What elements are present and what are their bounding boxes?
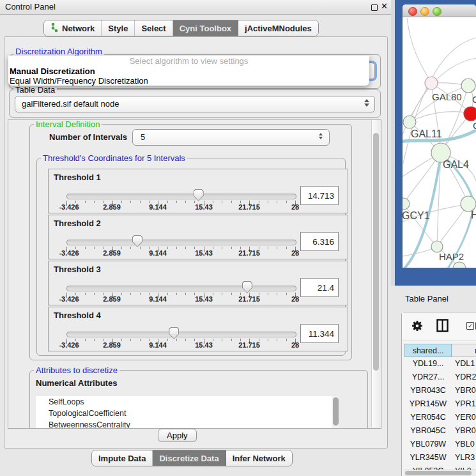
list-scrollbar[interactable] xyxy=(332,396,339,429)
slider-ticks xyxy=(66,293,296,298)
tab-network[interactable]: Network xyxy=(44,20,102,36)
list-item[interactable]: SelfLoops xyxy=(36,396,332,408)
threshold-2-slider-handle[interactable] xyxy=(132,235,142,247)
threshold-4-value-field[interactable]: 11.344 xyxy=(300,324,339,343)
group-title: Discretization Algorithm xyxy=(13,47,104,56)
table-row[interactable]: YBR0 xyxy=(452,384,476,397)
minimize-traffic-light-icon[interactable] xyxy=(420,7,429,16)
threshold-2-slider[interactable] xyxy=(66,240,296,245)
number-of-intervals-spinner[interactable]: 5 xyxy=(132,129,330,146)
panel-scrollbar[interactable] xyxy=(371,120,381,427)
node-partial-g[interactable] xyxy=(461,79,475,93)
spinner-arrows-icon[interactable] xyxy=(319,133,323,139)
close-traffic-light-icon[interactable] xyxy=(408,7,417,16)
group-title: Attributes to discretize xyxy=(34,365,119,375)
node-gal11[interactable] xyxy=(403,116,416,128)
dropdown-item-manual-discretization[interactable]: Manual Discretization xyxy=(8,66,369,76)
threshold-1-value-field[interactable]: 14.713 xyxy=(300,186,339,205)
threshold-3-value-field[interactable]: 21.4 xyxy=(300,278,339,297)
checkbox-icon[interactable]: ✓ xyxy=(466,322,474,330)
tab-jactivemnodules[interactable]: jActiveMNodules xyxy=(238,20,318,36)
group-title: Table Data xyxy=(13,85,57,95)
tab-cyni-toolbox[interactable]: Cyni Toolbox xyxy=(173,20,238,36)
zoom-traffic-light-icon[interactable] xyxy=(433,7,441,16)
network-window[interactable]: GAL80 GA C GAL11 GAL4 GCY1 H HAP2 xyxy=(403,4,476,268)
apply-button[interactable]: Apply xyxy=(158,429,197,442)
gear-icon[interactable] xyxy=(411,319,424,334)
table-row[interactable]: YBR0 xyxy=(452,424,476,438)
node-label: HAP2 xyxy=(439,251,464,262)
table-row[interactable]: YPR1 xyxy=(452,397,476,411)
numerical-attributes-list[interactable]: SelfLoops TopologicalCoefficient Between… xyxy=(36,396,332,429)
table-row[interactable]: YDL19... xyxy=(404,357,452,371)
window-title: Control Panel xyxy=(5,2,56,12)
numerical-attributes-label: Numerical Attributes xyxy=(36,378,117,388)
settings-scroll-viewport: Interval Definition Number of Intervals … xyxy=(8,119,381,429)
threshold-3-slider-handle[interactable] xyxy=(242,281,252,293)
column-view-icon[interactable] xyxy=(436,319,449,334)
tab-style[interactable]: Style xyxy=(102,20,135,36)
table-row[interactable]: YDR27... xyxy=(404,371,452,384)
table-data-group: Table Data galFiltered.sif default node xyxy=(9,89,381,118)
threshold-4-panel: Threshold 4 -3.426 2.859 9.144 15.43 21.… xyxy=(48,307,348,351)
dropdown-item-equal-width-frequency[interactable]: Equal Width/Frequency Discretization xyxy=(8,76,369,86)
slider-ticks xyxy=(66,247,296,252)
table-row[interactable]: YPR145W xyxy=(404,397,452,411)
table-row[interactable]: YER0 xyxy=(452,411,476,424)
table-data-combobox[interactable]: galFiltered.sif default node xyxy=(15,96,375,112)
dropdown-prompt: Select algorithm to view settings xyxy=(8,56,369,66)
table-row[interactable]: YBR043C xyxy=(404,384,452,397)
table-panel-box: ✓ ✓ shared... na YDL19... YDL1 YDR27... … xyxy=(401,312,476,476)
threshold-3-panel: Threshold 3 -3.426 2.859 9.144 15.43 21.… xyxy=(48,261,348,305)
top-tabbar: Network Style Select Cyni Toolbox jActiv… xyxy=(43,20,319,36)
node-label: GA xyxy=(472,94,476,105)
network-nodes[interactable] xyxy=(403,77,476,268)
table-row[interactable]: YLR3 xyxy=(452,451,476,464)
node-label: GAL80 xyxy=(432,91,462,102)
threshold-3-slider[interactable] xyxy=(66,286,296,291)
table-row[interactable]: YBL0 xyxy=(452,438,476,451)
tab-select[interactable]: Select xyxy=(135,20,173,36)
network-window-frame: GAL80 GA C GAL11 GAL4 GCY1 H HAP2 xyxy=(391,0,476,286)
node-label: C xyxy=(473,120,476,131)
bottom-tabbar: Impute Data Discretize Data Infer Networ… xyxy=(91,450,293,466)
list-item[interactable]: BetweennessCentrality xyxy=(36,419,332,429)
table-horizontal-scrollbar-thumb[interactable] xyxy=(405,471,472,475)
tab-infer-network[interactable]: Infer Network xyxy=(226,450,292,466)
node-red-selected[interactable] xyxy=(464,107,476,121)
table-toolbar: ✓ ✓ xyxy=(402,312,476,341)
threshold-2-value-field[interactable]: 6.316 xyxy=(300,232,339,251)
threshold-1-panel: Threshold 1 -3.426 2.859 9.144 15.43 21.… xyxy=(48,169,348,213)
float-window-icon[interactable] xyxy=(371,4,378,11)
table-row[interactable]: YER054C xyxy=(404,411,452,424)
threshold-1-slider[interactable] xyxy=(66,194,296,199)
node-gcy1[interactable] xyxy=(403,198,410,210)
threshold-4-slider[interactable] xyxy=(66,332,296,337)
list-item[interactable]: TopologicalCoefficient xyxy=(36,408,332,419)
node-label: H xyxy=(471,210,476,220)
panel-scrollbar-thumb[interactable] xyxy=(373,133,379,371)
table-row[interactable]: YDR2 xyxy=(452,371,476,384)
node-label: GCY1 xyxy=(403,210,430,221)
combobox-arrows-icon xyxy=(364,99,369,107)
table-row[interactable]: YLR345W xyxy=(404,451,452,464)
interval-definition-group: Interval Definition Number of Intervals … xyxy=(29,124,352,360)
tab-discretize-data[interactable]: Discretize Data xyxy=(153,450,226,466)
node-pink[interactable] xyxy=(425,77,438,89)
threshold-1-slider-handle[interactable] xyxy=(194,189,204,201)
close-icon[interactable]: ✕ xyxy=(381,1,388,11)
network-icon xyxy=(50,22,59,35)
slider-ticks xyxy=(66,339,296,344)
table-horizontal-scrollbar[interactable] xyxy=(404,470,476,476)
network-window-titlebar[interactable] xyxy=(403,4,476,17)
table-panel-title: Table Panel xyxy=(405,294,449,303)
table-row[interactable]: YBL079W xyxy=(404,438,452,451)
table-row[interactable]: YBR045C xyxy=(404,424,452,438)
network-canvas[interactable]: GAL80 GA C GAL11 GAL4 GCY1 H HAP2 xyxy=(403,17,476,268)
threshold-4-slider-handle[interactable] xyxy=(169,327,179,339)
column-header-shared-name[interactable]: shared... xyxy=(404,344,452,357)
node-label: GAL4 xyxy=(443,159,469,170)
column-header-name[interactable]: na xyxy=(452,344,476,357)
tab-impute-data[interactable]: Impute Data xyxy=(92,450,153,466)
table-row[interactable]: YDL1 xyxy=(452,357,476,371)
